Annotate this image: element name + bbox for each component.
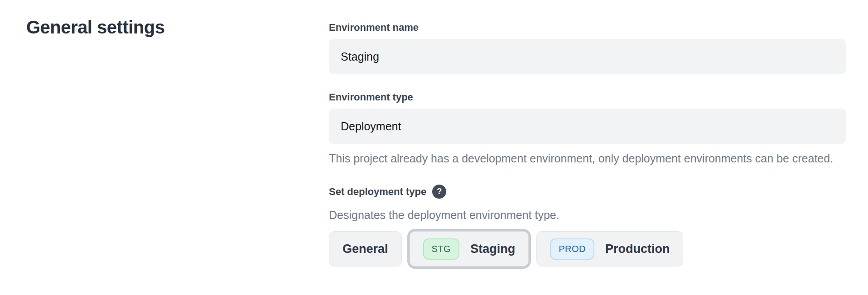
production-badge: PROD [550, 238, 594, 260]
deployment-type-label: Set deployment type [329, 187, 426, 197]
page-title: General settings [26, 17, 329, 37]
deployment-type-option-production-label: Production [605, 242, 670, 256]
environment-type-label: Environment type [329, 92, 846, 102]
staging-badge: STG [423, 238, 460, 260]
environment-type-help-text: This project already has a development e… [329, 149, 836, 167]
deployment-type-option-general-label: General [342, 242, 388, 256]
question-mark-help-icon[interactable]: ? [432, 185, 446, 199]
settings-form: Environment name Environment type This p… [329, 17, 846, 266]
settings-section-header: General settings [26, 17, 329, 266]
environment-name-label: Environment name [329, 23, 846, 33]
deployment-type-description: Designates the deployment environment ty… [329, 206, 846, 224]
environment-name-input[interactable] [329, 39, 846, 74]
deployment-type-option-general[interactable]: General [329, 231, 402, 266]
general-settings-section: General settings Environment name Enviro… [0, 0, 868, 266]
environment-type-input[interactable] [329, 109, 846, 144]
deployment-type-option-production[interactable]: PROD Production [536, 231, 683, 266]
deployment-type-option-staging-label: Staging [470, 242, 515, 256]
deployment-type-option-staging[interactable]: STG Staging [410, 231, 529, 266]
deployment-type-label-row: Set deployment type ? [329, 185, 846, 199]
deployment-type-options: General STG Staging PROD Production [329, 231, 846, 266]
